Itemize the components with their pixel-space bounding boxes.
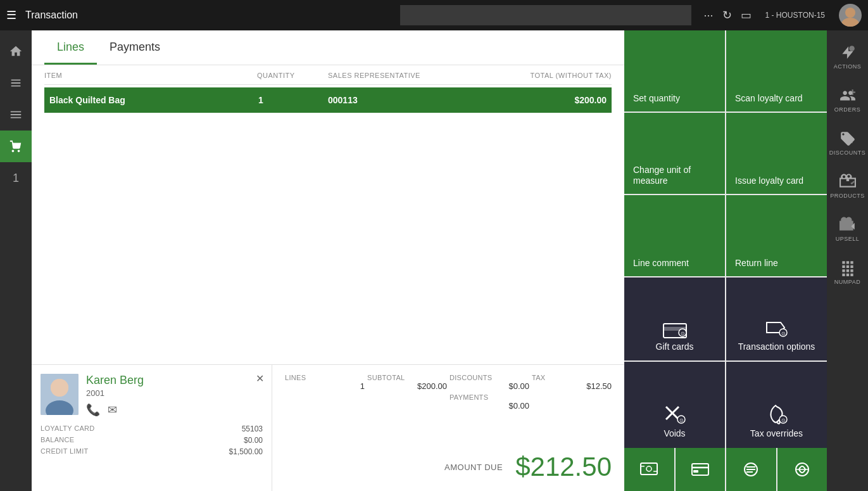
gift-cards-icon-container: ⊙: [662, 319, 688, 341]
tab-payments[interactable]: Payments: [97, 30, 173, 65]
avatar[interactable]: [839, 4, 862, 27]
sidebar-item-discounts[interactable]: % DISCOUNTS: [827, 122, 868, 165]
cash-payment-button[interactable]: [624, 448, 674, 491]
bottom-panel: Karen Berg 2001 📞 ✉ ✕ LOYALTY CARD 55103: [32, 364, 624, 491]
lines-label: LINES: [285, 374, 365, 381]
svg-point-5: [51, 379, 68, 397]
amount-due-value: $212.50: [515, 452, 612, 482]
tax-overrides-icon-container: ⊙: [764, 403, 789, 428]
tab-lines[interactable]: Lines: [44, 30, 97, 65]
loyalty-card-label: LOYALTY CARD: [41, 424, 95, 433]
payments-value: $0.00: [450, 401, 529, 411]
topbar-icons: ··· ↻ ▭ 1 - HOUSTON-15: [704, 4, 862, 27]
email-icon[interactable]: ✉: [108, 403, 117, 417]
gift-cards-button[interactable]: ⊙ Gift cards: [624, 277, 725, 361]
sidebar-item-home[interactable]: [0, 35, 32, 67]
subtotal-value: $200.00: [367, 381, 447, 391]
exact-payment-button[interactable]: [726, 448, 776, 491]
voids-icon-container: ⊙: [662, 403, 688, 428]
refresh-icon[interactable]: ↻: [722, 8, 732, 22]
credit-limit-row: CREDIT LIMIT $1,500.00: [41, 446, 263, 457]
svg-rect-22: [692, 464, 708, 475]
monitor-icon[interactable]: ▭: [741, 8, 752, 22]
line-comment-label: Line comment: [633, 258, 689, 269]
card-payment-button[interactable]: [676, 448, 726, 491]
gift-cards-label: Gift cards: [656, 341, 694, 352]
table-header: ITEM QUANTITY SALES REPRESENTATIVE TOTAL…: [44, 65, 612, 85]
sidebar-item-numpad[interactable]: NUMPAD: [827, 251, 868, 294]
lines-item: LINES 1: [285, 374, 365, 391]
sidebar-item-upsell[interactable]: UPSELL: [827, 208, 868, 251]
issue-loyalty-card-label: Issue loyalty card: [735, 175, 803, 186]
customer-icons: 📞 ✉: [86, 403, 263, 417]
subtotal-item: SUBTOTAL $200.00: [367, 374, 447, 391]
numpad-label: NUMPAD: [834, 279, 860, 285]
amount-due-label: AMOUNT DUE: [444, 462, 503, 472]
row-item-name: Black Quilted Bag: [49, 95, 258, 105]
other-payment-button[interactable]: [777, 448, 827, 491]
voids-button[interactable]: ⊙ Voids: [624, 362, 725, 448]
transaction-table: ITEM QUANTITY SALES REPRESENTATIVE TOTAL…: [32, 65, 624, 364]
loyalty-card-value: 55103: [242, 424, 263, 433]
table-row[interactable]: Black Quilted Bag 1 000113 $200.00: [44, 87, 612, 113]
change-unit-button[interactable]: Change unit of measure: [624, 113, 725, 194]
right-panel: Set quantity Scan loyalty card Change un…: [624, 30, 827, 491]
sidebar-count: 1: [0, 162, 32, 194]
discounts-value: $0.00: [450, 381, 529, 391]
svg-point-1: [841, 18, 859, 27]
line-comment-button[interactable]: Line comment: [624, 195, 725, 276]
svg-point-19: [646, 466, 651, 471]
discounts-label: DISCOUNTS: [829, 150, 866, 156]
col-sales-rep: SALES REPRESENTATIVE: [328, 72, 470, 79]
tabs: Lines Payments: [32, 30, 624, 65]
sidebar-item-products[interactable]: [0, 67, 32, 99]
sidebar-item-cart[interactable]: [0, 131, 32, 162]
col-item: ITEM: [44, 72, 257, 79]
topbar-title: Transaction: [25, 10, 400, 21]
svg-point-0: [845, 8, 855, 18]
sidebar-item-menu[interactable]: [0, 99, 32, 131]
voids-label: Voids: [664, 428, 685, 439]
main-layout: 1 Lines Payments ITEM QUANTITY SALES REP…: [0, 30, 868, 491]
upsell-label: UPSELL: [836, 236, 860, 242]
left-sidebar: 1: [0, 30, 32, 491]
sidebar-item-actions[interactable]: ACTIONS: [827, 35, 868, 79]
phone-icon[interactable]: 📞: [86, 403, 100, 417]
close-button[interactable]: ✕: [256, 373, 264, 385]
sidebar-item-products[interactable]: PRODUCTS: [827, 165, 868, 208]
svg-rect-24: [693, 470, 698, 473]
loyalty-card-row: LOYALTY CARD 55103: [41, 423, 263, 435]
content-area: Lines Payments ITEM QUANTITY SALES REPRE…: [32, 30, 624, 491]
issue-loyalty-card-button[interactable]: Issue loyalty card: [726, 113, 827, 194]
col-total: TOTAL (WITHOUT TAX): [470, 72, 612, 79]
credit-limit-value: $1,500.00: [229, 447, 263, 456]
totals-section: LINES 1 SUBTOTAL $200.00 DISCOUNTS $0.00…: [272, 365, 624, 491]
more-icon[interactable]: ···: [704, 9, 714, 22]
transaction-options-button[interactable]: ⊙ Transaction options: [726, 277, 827, 361]
discounts-label: DISCOUNTS: [450, 374, 529, 381]
balance-row: BALANCE $0.00: [41, 435, 263, 446]
payments-label: PAYMENTS: [450, 393, 529, 401]
payment-bar: [624, 448, 827, 491]
subtotal-label: SUBTOTAL: [367, 374, 447, 381]
customer-top: Karen Berg 2001 📞 ✉: [41, 374, 263, 417]
return-line-button[interactable]: Return line: [726, 195, 827, 276]
scan-loyalty-card-button[interactable]: Scan loyalty card: [726, 30, 827, 112]
balance-value: $0.00: [244, 436, 263, 445]
search-input[interactable]: [400, 5, 691, 25]
menu-icon[interactable]: ☰: [6, 8, 16, 22]
tax-value: $12.50: [532, 381, 612, 391]
set-quantity-button[interactable]: Set quantity: [624, 30, 725, 112]
actions-label: ACTIONS: [834, 63, 862, 70]
svg-rect-18: [641, 463, 657, 475]
totals-grid: LINES 1 SUBTOTAL $200.00 DISCOUNTS $0.00…: [285, 374, 612, 411]
return-line-label: Return line: [735, 258, 778, 269]
payments-item: PAYMENTS $0.00: [450, 393, 529, 411]
tax-overrides-button[interactable]: ⊙ Tax overrides: [726, 362, 827, 448]
row-quantity: 1: [258, 95, 328, 105]
sidebar-item-orders[interactable]: ORDERS: [827, 79, 868, 122]
svg-text:⊙: ⊙: [781, 418, 785, 423]
balance-label: BALANCE: [41, 436, 74, 445]
svg-text:⊙: ⊙: [781, 331, 785, 336]
topbar: ☰ Transaction ··· ↻ ▭ 1 - HOUSTON-15: [0, 0, 868, 30]
